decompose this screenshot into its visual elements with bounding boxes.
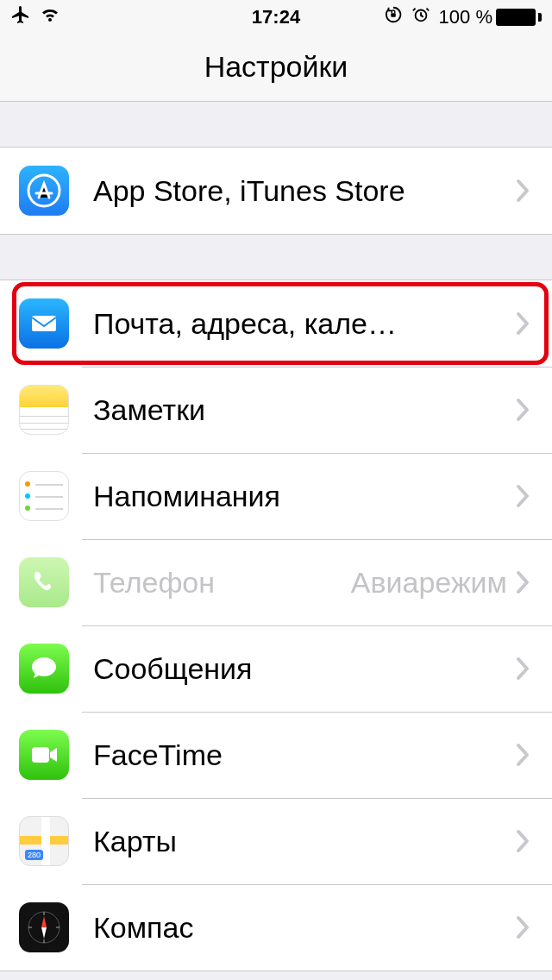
chevron-right-icon (516, 393, 530, 427)
page-title: Настройки (0, 35, 552, 102)
reminders-icon (19, 471, 69, 521)
facetime-icon (19, 730, 69, 780)
wifi-icon (40, 6, 60, 28)
notes-icon (19, 385, 69, 435)
svg-rect-4 (32, 747, 49, 763)
row-label: Заметки (93, 393, 516, 427)
row-notes[interactable]: Заметки (0, 367, 552, 453)
chevron-right-icon (516, 824, 530, 858)
battery-indicator: 100 % (439, 6, 542, 28)
airplane-icon (10, 4, 31, 30)
row-appstore[interactable]: App Store, iTunes Store (0, 148, 552, 234)
row-label: App Store, iTunes Store (93, 174, 516, 208)
row-label: Телефон (93, 566, 351, 600)
phone-icon (19, 557, 69, 607)
chevron-right-icon (516, 910, 530, 945)
svg-rect-0 (391, 13, 396, 17)
row-label: Напоминания (93, 480, 516, 513)
row-label: Сообщения (93, 652, 516, 686)
row-messages[interactable]: Сообщения (0, 625, 552, 712)
row-compass[interactable]: Компас (0, 884, 552, 971)
chevron-right-icon (516, 651, 530, 686)
battery-percent: 100 % (439, 6, 492, 28)
mail-icon (19, 298, 69, 349)
settings-group-store: App Store, iTunes Store (0, 147, 552, 235)
row-detail: Авиарежим (351, 566, 507, 600)
orientation-lock-icon (384, 5, 403, 29)
row-label: Компас (93, 911, 516, 945)
row-facetime[interactable]: FaceTime (0, 712, 552, 798)
row-label: Карты (93, 825, 516, 858)
row-maps[interactable]: 280 Карты (0, 798, 552, 884)
appstore-icon (19, 166, 69, 216)
chevron-right-icon (516, 173, 530, 208)
maps-badge: 280 (25, 850, 43, 860)
chevron-right-icon (516, 479, 530, 513)
chevron-right-icon (516, 565, 530, 600)
row-phone[interactable]: Телефон Авиарежим (0, 539, 552, 625)
chevron-right-icon (516, 738, 530, 772)
row-label: Почта, адреса, кале… (93, 307, 516, 341)
row-mail[interactable]: Почта, адреса, кале… (0, 280, 552, 367)
row-reminders[interactable]: Напоминания (0, 453, 552, 539)
settings-group-apps: Почта, адреса, кале… Заметки Напоминания (0, 280, 552, 971)
maps-icon: 280 (19, 816, 69, 866)
messages-icon (19, 644, 69, 694)
row-label: FaceTime (93, 738, 516, 772)
chevron-right-icon (516, 306, 530, 341)
alarm-icon (411, 5, 430, 29)
status-time: 17:24 (252, 6, 300, 28)
compass-icon (19, 902, 69, 952)
svg-rect-3 (32, 316, 56, 331)
status-right: 100 % (384, 5, 542, 29)
status-left (10, 4, 60, 30)
battery-icon (496, 9, 536, 26)
status-bar: 17:24 100 % (0, 0, 552, 35)
